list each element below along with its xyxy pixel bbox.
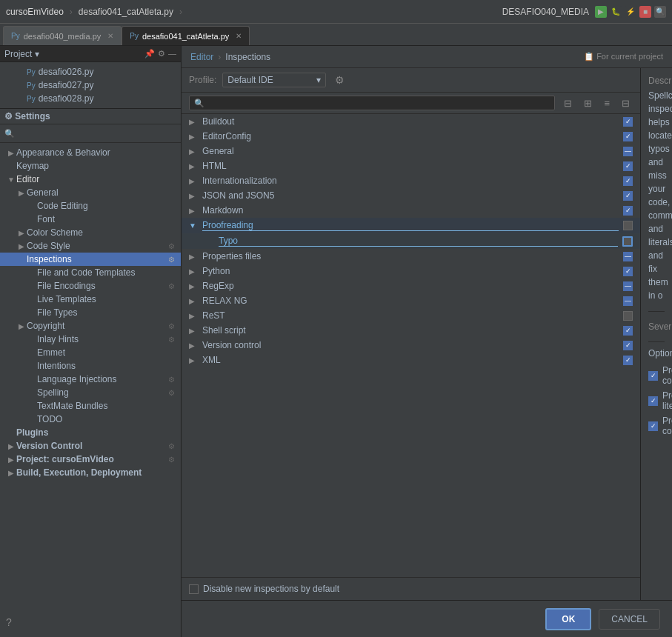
html-checkbox[interactable] [623,161,633,171]
sidebar-item-code-style[interactable]: ▶ Code Style ⚙ [0,239,181,253]
editorconfig-checkbox[interactable] [623,132,633,141]
breadcrumb-editor[interactable]: Editor [190,52,213,62]
sidebar-item-color-scheme[interactable]: ▶ Color Scheme [0,226,181,239]
sidebar-item-todo[interactable]: TODO [0,413,181,426]
debug-icon[interactable]: 🐛 [610,6,622,18]
py-icon: Py [27,68,36,76]
insp-rest[interactable]: ▶ ReST [182,308,640,323]
profile-select[interactable]: Default IDE ▾ [222,73,326,87]
process-literals-checkbox[interactable] [648,396,658,406]
search-title-icon[interactable]: 🔍 [654,6,666,18]
sidebar-item-keymap[interactable]: Keymap [0,159,181,173]
shell-checkbox[interactable] [623,326,633,336]
json-checkbox[interactable] [623,191,633,201]
sidebar-pin-icon[interactable]: 📌 [144,49,155,59]
insp-editorconfig[interactable]: ▶ EditorConfig [182,129,640,144]
project-label[interactable]: Project ▾ [4,49,39,59]
insp-json[interactable]: ▶ JSON and JSON5 [182,188,640,203]
sidebar-item-build[interactable]: ▶ Build, Execution, Deployment [0,466,181,479]
sidebar-item-inspections[interactable]: Inspections ⚙ [0,253,181,266]
filter-icon[interactable]: ⊟ [561,96,575,110]
sidebar-collapse-icon[interactable]: — [168,49,176,59]
tab-file2-close[interactable]: ✕ [236,32,242,40]
expand-all-icon[interactable]: ⊞ [581,96,595,110]
sidebar-item-intentions[interactable]: Intentions [0,359,181,373]
vc-icon: ⚙ [168,442,175,450]
general-checkbox[interactable] [623,147,633,156]
sidebar-item-copyright[interactable]: ▶ Copyright ⚙ [0,319,181,333]
relax-ng-checkbox[interactable] [623,296,633,306]
disable-checkbox[interactable] [189,584,199,594]
sidebar-item-live-templates[interactable]: Live Templates [0,293,181,306]
insp-python[interactable]: ▶ Python [182,264,640,279]
settings-label: ⚙ Settings [4,111,50,121]
sidebar-item-general[interactable]: ▶ General [0,186,181,199]
i18n-checkbox[interactable] [623,176,633,186]
sidebar-item-lang-injections[interactable]: Language Injections ⚙ [0,373,181,386]
xml-checkbox[interactable] [623,356,633,365]
insp-relax-ng[interactable]: ▶ RELAX NG [182,293,640,308]
options-label: Options [648,348,665,358]
sidebar-item-spelling[interactable]: Spelling ⚙ [0,386,181,399]
buildout-checkbox[interactable] [623,117,633,127]
sidebar-item-textmate[interactable]: TextMate Bundles [0,399,181,413]
proofreading-checkbox[interactable] [623,221,633,230]
insp-proofreading[interactable]: ▼ Proofreading [182,218,640,233]
tab-file1[interactable]: Py desafio040_media.py ✕ [3,26,122,45]
sidebar-item-code-editing[interactable]: Code Editing [0,199,181,213]
insp-xml[interactable]: ▶ XML [182,353,640,367]
file-desafio028[interactable]: Py desafio028.py [0,92,181,105]
cancel-button[interactable]: CANCEL [599,609,660,630]
insp-shell[interactable]: ▶ Shell script [182,323,640,338]
fe-icon: ⚙ [168,282,175,290]
process-code-checkbox[interactable] [648,371,658,381]
insp-properties[interactable]: ▶ Properties files [182,249,640,264]
stop-icon[interactable]: ■ [639,6,651,18]
sidebar-item-emmet[interactable]: Emmet [0,346,181,359]
insp-html[interactable]: ▶ HTML [182,159,640,173]
insp-buildout[interactable]: ▶ Buildout [182,114,640,129]
tab-file2[interactable]: Py desafio041_catAtleta.py ✕ [122,26,250,45]
insp-regexp[interactable]: ▶ RegExp [182,279,640,293]
sidebar-item-font[interactable]: Font [0,213,181,226]
collapse-all-icon[interactable]: ≡ [601,96,613,110]
insp-typo[interactable]: Typo [182,233,640,249]
profile-icon[interactable]: ⚡ [625,6,636,18]
inspections-search-input[interactable] [207,98,550,108]
process-comments-checkbox[interactable] [648,421,658,431]
help-button[interactable]: ? [6,616,12,628]
sidebar-item-file-code-templates[interactable]: File and Code Templates [0,266,181,279]
sidebar-item-version-control[interactable]: ▶ Version Control ⚙ [0,439,181,453]
sidebar-item-appearance[interactable]: ▶ Appearance & Behavior [0,146,181,159]
file-desafio027[interactable]: Py desafio027.py [0,79,181,92]
python-checkbox[interactable] [623,267,633,276]
insp-vc[interactable]: ▶ Version control [182,338,640,353]
sidebar-item-file-types[interactable]: File Types [0,306,181,319]
file-desafio026[interactable]: Py desafio026.py [0,65,181,79]
sidebar-search-input[interactable] [18,127,176,140]
sidebar-item-file-encodings[interactable]: File Encodings ⚙ [0,279,181,293]
sidebar-settings-icon[interactable]: ⚙ [158,49,165,59]
vc-checkbox[interactable] [623,341,633,350]
run-icon[interactable]: ▶ [595,6,607,18]
export-icon[interactable]: ⊟ [619,96,633,110]
properties-checkbox[interactable] [623,252,633,261]
search-box[interactable]: 🔍 [189,96,555,110]
for-current-project[interactable]: 📋 For current project [584,52,663,61]
insp-general[interactable]: ▶ General [182,144,640,159]
sidebar-item-ft-label: File Types [37,307,175,318]
typo-checkbox[interactable] [622,236,633,247]
sidebar-item-todo-label: TODO [37,414,175,424]
regexp-checkbox[interactable] [623,281,633,291]
ok-button[interactable]: OK [545,608,591,630]
sidebar-item-project[interactable]: ▶ Project: cursoEmVideo ⚙ [0,453,181,466]
tab-file1-close[interactable]: ✕ [107,32,113,40]
sidebar-item-plugins[interactable]: Plugins [0,426,181,439]
insp-markdown[interactable]: ▶ Markdown [182,203,640,218]
rest-checkbox[interactable] [623,311,633,321]
profile-gear-icon[interactable]: ⚙ [335,74,345,86]
sidebar-item-editor[interactable]: ▼ Editor [0,173,181,186]
insp-i18n[interactable]: ▶ Internationalization [182,173,640,188]
markdown-checkbox[interactable] [623,206,633,216]
sidebar-item-inlay-hints[interactable]: Inlay Hints ⚙ [0,333,181,346]
